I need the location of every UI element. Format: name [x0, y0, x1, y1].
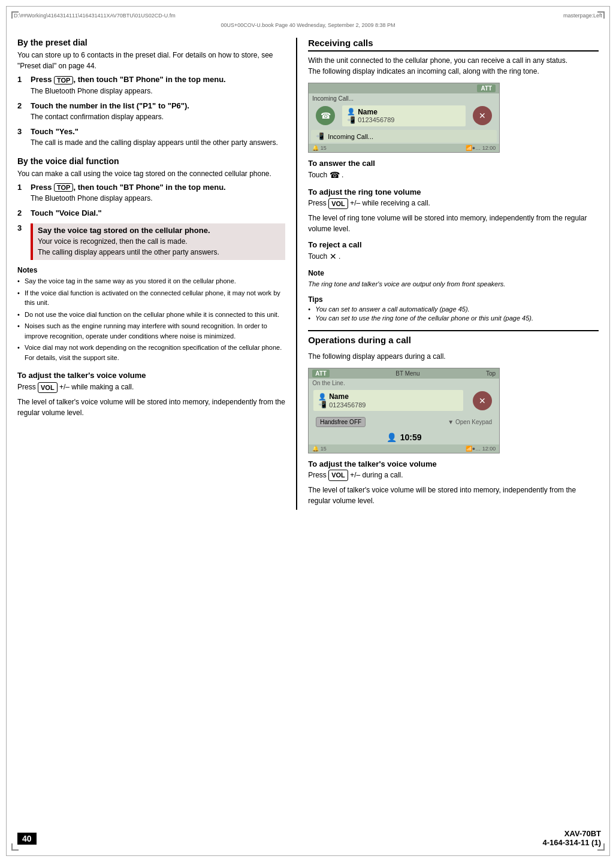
to-answer-title: To answer the call	[308, 159, 599, 168]
note-item: If the voice dial function is activated …	[17, 288, 285, 308]
model-number: XAV-70BT 4-164-314-11 (1)	[542, 829, 601, 847]
step-head: Say the voice tag stored on the cellular…	[38, 226, 282, 235]
preset-dial-intro: You can store up to 6 contacts in the pr…	[17, 50, 285, 71]
operations-intro: The following display appears during a c…	[308, 351, 599, 362]
att-label: ATT	[477, 84, 496, 92]
note-item: Say the voice tag in the same way as you…	[17, 276, 285, 286]
top-bar: D:\##Working\4164314111\416431411XAV70BT…	[11, 13, 605, 22]
voice-dial-intro: You can make a call using the voice tag …	[17, 168, 285, 179]
tip-item: You can set to answer a call automatical…	[308, 306, 599, 313]
operations-display: ATT BT Menu Top On the Line. 👤 Name	[308, 368, 500, 453]
ops-top-bar: ATT BT Menu Top	[309, 368, 499, 379]
preset-step-3: 3 Touch "Yes." The call is made and the …	[17, 127, 285, 148]
step-head: Touch "Voice Dial."	[31, 208, 285, 217]
status-left: 🔔 15	[312, 145, 327, 151]
press-label: Press	[308, 471, 328, 479]
ops-bottom-bar: Handsfree OFF ▼ Open Keypad	[311, 415, 497, 429]
top-label: Top	[486, 370, 496, 377]
note-item: Do not use the voice dial function on th…	[17, 310, 285, 320]
step-number: 1	[17, 75, 28, 84]
call-timer-icon: 👤	[386, 432, 397, 442]
ops-caller-name: Name	[329, 392, 349, 401]
to-adjust-ring-text1: Press VOL +/– while receiving a call.	[308, 198, 599, 209]
voice-step-1: 1 Press TOP, then touch "BT Phone" in th…	[17, 183, 285, 204]
status-right: 📶●… 12:00	[466, 145, 496, 151]
notes-list: Say the voice tag in the same way as you…	[17, 276, 285, 362]
handsfree-off-button[interactable]: Handsfree OFF	[316, 417, 366, 427]
voice-step-2: 2 Touch "Voice Dial."	[17, 208, 285, 219]
ops-status-left: 🔔 15	[312, 446, 327, 452]
page-number: 40	[17, 833, 37, 845]
receiving-calls-title: Receiving calls	[308, 38, 599, 52]
file-path: D:\##Working\4164314111\416431411XAV70BT…	[14, 13, 176, 19]
to-adjust-ring-text2: The level of ring tone volume will be st…	[308, 213, 599, 234]
ops-status-right: 📶●… 12:00	[466, 446, 496, 452]
incoming-call-phone-icon: 📲	[316, 132, 324, 140]
top-button: TOP	[54, 76, 73, 84]
note-item: Noises such as the engine running may in…	[17, 321, 285, 341]
vol-button: VOL	[328, 470, 348, 481]
press-label: Press	[17, 383, 38, 391]
ops-reject-btn[interactable]: ✕	[468, 389, 497, 413]
caller-name: Name	[358, 108, 378, 116]
phone-icon-small: 📲	[347, 116, 355, 124]
tips-list: You can set to answer a call automatical…	[308, 306, 599, 322]
preset-dial-title: By the preset dial	[17, 38, 285, 47]
operations-title: Operations during a call	[308, 335, 599, 347]
to-reject-title: To reject a call	[308, 240, 599, 249]
vol-button: VOL	[328, 198, 348, 210]
person-icon: 👤	[318, 393, 327, 401]
caller-phone: 0123456789	[358, 116, 394, 123]
name-phone-row: 👤 Name 📲 0123456789	[342, 105, 466, 126]
talker-volume-title: To adjust the talker's voice volume	[17, 371, 285, 380]
incoming-call-text: Incoming Call...	[328, 133, 373, 140]
incoming-label: Incoming Call...	[309, 93, 499, 102]
call-time: 10:59	[400, 432, 422, 442]
notes-title: Notes	[17, 266, 285, 274]
display-top-bar: ATT	[309, 83, 499, 93]
part-number: 4-164-314-11 (1)	[542, 838, 601, 847]
note-item: Voice dial may not work depending on the…	[17, 343, 285, 362]
open-keypad-button[interactable]: ▼ Open Keypad	[448, 419, 492, 425]
reject-icon: ✕	[330, 252, 337, 261]
call-time-row: 👤 10:59	[309, 430, 499, 444]
to-answer-text: Touch ☎ .	[308, 169, 599, 182]
step-head: Touch "Yes."	[31, 127, 285, 136]
tips-title: Tips	[308, 295, 599, 304]
divider	[308, 330, 599, 331]
answer-icon: ☎	[330, 170, 340, 180]
reject-button[interactable]: ✕	[473, 106, 492, 125]
step-number: 2	[17, 208, 28, 217]
preset-step-2: 2 Touch the number in the list ("P1" to …	[17, 101, 285, 122]
vol-button: VOL	[38, 382, 58, 394]
note-title: Note	[308, 269, 599, 277]
answer-button[interactable]: ☎	[316, 106, 335, 125]
display-status-bar: 🔔 15 📶●… 12:00	[309, 144, 499, 152]
press-label: Press	[308, 199, 328, 207]
preset-step-1: 1 Press TOP, then touch "BT Phone" in th…	[17, 75, 285, 96]
voice-step-3: 3 Say the voice tag stored on the cellul…	[17, 223, 285, 260]
reject-icon[interactable]: ✕	[473, 391, 492, 410]
voice-dial-title: By the voice dial function	[17, 156, 285, 166]
ops-name-row: 👤 Name 📲 0123456789	[313, 390, 463, 411]
note-text: The ring tone and talker's voice are out…	[308, 279, 599, 289]
talker-volume-text1: Press VOL +/– while making a call.	[17, 382, 285, 393]
model-name: XAV-70BT	[542, 829, 601, 838]
step-number: 2	[17, 101, 28, 110]
master-page: masterpage:Left	[563, 13, 602, 19]
top-button: TOP	[54, 183, 73, 192]
step-body: The contact confirmation display appears…	[31, 111, 285, 122]
step-body: The call is made and the calling display…	[31, 137, 285, 148]
step-head: Press TOP, then touch "BT Phone" in the …	[31, 183, 285, 192]
step-body: Your voice is recognized, then the call …	[38, 236, 282, 258]
receiving-calls-intro: With the unit connected to the cellular …	[308, 55, 599, 77]
ops-status-bar: 🔔 15 📶●… 12:00	[309, 444, 499, 453]
to-reject-text: Touch ✕ .	[308, 250, 599, 263]
ops-talker-volume-text1: Press VOL +/– during a call.	[308, 470, 599, 481]
step-head: Touch the number in the list ("P1" to "P…	[31, 101, 285, 110]
left-column: By the preset dial You can store up to 6…	[11, 38, 296, 510]
ops-talker-volume-title: To adjust the talker's voice volume	[308, 459, 599, 468]
ops-caller-phone: 0123456789	[329, 401, 366, 409]
talker-volume-text2: The level of talker's voice volume will …	[17, 397, 285, 418]
bt-menu-label: BT Menu	[395, 370, 419, 377]
